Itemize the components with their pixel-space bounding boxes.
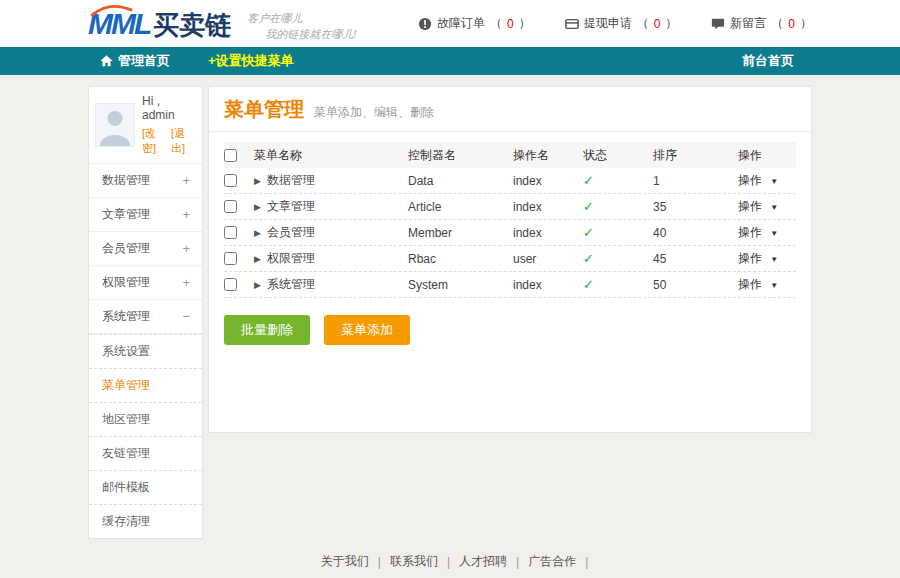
sidebar-menu-label: 权限管理 [102,274,150,291]
row-actions-dropdown[interactable]: 操作 ▼ [738,276,796,293]
stat-count: 0 [788,17,795,31]
sort-cell: 35 [653,200,738,214]
comment-icon [711,17,725,31]
col-status: 状态 [583,147,653,164]
menu-name-cell[interactable]: ▶ 文章管理 [254,198,408,215]
footer-link[interactable]: 人才招聘 [459,553,507,570]
status-check-icon: ✓ [583,277,594,292]
footer-links: 关于我们 | 联系我们 | 人才招聘 | 广告合作 | [0,553,900,570]
status-check-icon: ✓ [583,199,594,214]
footer-link[interactable]: 关于我们 [321,553,369,570]
expander-icon: + [182,173,190,188]
stat-label: 新留言 [730,15,766,32]
paren-open: （ [490,15,502,32]
sidebar-menu-label: 数据管理 [102,172,150,189]
add-menu-button[interactable]: 菜单添加 [324,315,410,345]
row-actions-label: 操作 [738,225,762,239]
menu-name: 文章管理 [267,198,315,215]
main-panel: 菜单管理 菜单添加、编辑、删除 菜单名称 控制器名 操作名 状态 排序 操作 [208,86,812,433]
sidebar-menu-item[interactable]: 权限管理 + [89,265,202,299]
row-actions-label: 操作 [738,251,762,265]
new-messages-link[interactable]: 新留言 （ 0 ） [711,15,812,32]
withdraw-card-icon [565,17,579,31]
menu-name-cell[interactable]: ▶ 权限管理 [254,250,408,267]
nav-admin-home[interactable]: 管理首页 [100,52,170,70]
stat-count: 0 [507,17,514,31]
logout-link[interactable]: [退出] [171,126,196,156]
fault-orders-link[interactable]: 故障订单 （ 0 ） [418,15,531,32]
status-check-icon: ✓ [583,173,594,188]
row-checkbox[interactable] [224,252,237,265]
sidebar-menu-item[interactable]: 系统管理 − [89,299,202,333]
menu-name-cell[interactable]: ▶ 系统管理 [254,276,408,293]
controller-cell: Data [408,174,513,188]
action-cell: index [513,278,583,292]
top-header: MML 买卖链 客户在哪儿 我的链接就在哪儿! 故障订单 （ 0 ） [0,0,900,47]
sidebar-submenu-item[interactable]: 邮件模板 [89,470,202,504]
sidebar-submenu-item[interactable]: 菜单管理 [89,368,202,402]
sort-cell: 1 [653,174,738,188]
expand-caret-icon: ▶ [254,202,261,212]
action-cell: index [513,174,583,188]
status-cell[interactable]: ✓ [583,199,653,214]
row-actions-dropdown[interactable]: 操作 ▼ [738,250,796,267]
sidebar-submenu-item[interactable]: 地区管理 [89,402,202,436]
sidebar-submenu-item[interactable]: 系统设置 [89,334,202,368]
row-actions-dropdown[interactable]: 操作 ▼ [738,198,796,215]
status-cell[interactable]: ✓ [583,173,653,188]
withdraw-requests-link[interactable]: 提现申请 （ 0 ） [565,15,678,32]
change-password-link[interactable]: [改密] [142,126,167,156]
menu-name: 数据管理 [267,172,315,189]
footer-link[interactable]: 联系我们 [390,553,438,570]
stat-label: 提现申请 [584,15,632,32]
row-actions-dropdown[interactable]: 操作 ▼ [738,172,796,189]
logo[interactable]: MML 买卖链 [88,9,231,39]
stat-count: 0 [654,17,661,31]
sort-cell: 45 [653,252,738,266]
controller-cell: Article [408,200,513,214]
row-checkbox[interactable] [224,200,237,213]
main-navbar: 管理首页 +设置快捷菜单 前台首页 [0,47,900,75]
sidebar: Hi , admin [改密] [退出] 数据管理 + 文章管理 + [88,86,203,539]
expander-icon: + [182,241,190,256]
row-actions-dropdown[interactable]: 操作 ▼ [738,224,796,241]
expand-caret-icon: ▶ [254,176,261,186]
footer: 关于我们 | 联系我们 | 人才招聘 | 广告合作 | 客服QQ：1697512… [0,553,900,578]
status-cell[interactable]: ✓ [583,251,653,266]
table-row: ▶ 权限管理 Rbac user ✓ 45 操作 ▼ [224,246,796,272]
expand-caret-icon: ▶ [254,280,261,290]
col-sort: 排序 [653,147,738,164]
table-row: ▶ 数据管理 Data index ✓ 1 操作 ▼ [224,168,796,194]
footer-link[interactable]: 广告合作 [528,553,576,570]
menu-name: 权限管理 [267,250,315,267]
status-cell[interactable]: ✓ [583,277,653,292]
sidebar-menu-item[interactable]: 数据管理 + [89,163,202,197]
select-all-checkbox[interactable] [224,149,237,162]
page-subtitle: 菜单添加、编辑、删除 [314,104,434,121]
batch-delete-button[interactable]: 批量删除 [224,315,310,345]
nav-front-home[interactable]: 前台首页 [742,52,794,70]
sidebar-submenu-item[interactable]: 缓存清理 [89,504,202,538]
row-actions-label: 操作 [738,173,762,187]
table-body: ▶ 数据管理 Data index ✓ 1 操作 ▼ [224,168,796,298]
menu-name: 会员管理 [267,224,315,241]
menu-name-cell[interactable]: ▶ 会员管理 [254,224,408,241]
table-actions: 批量删除 菜单添加 [224,315,796,345]
sidebar-submenu-item[interactable]: 友链管理 [89,436,202,470]
menu-name-cell[interactable]: ▶ 数据管理 [254,172,408,189]
sidebar-menu-item[interactable]: 文章管理 + [89,197,202,231]
dropdown-caret-icon: ▼ [770,177,778,186]
nav-quick-menu[interactable]: +设置快捷菜单 [208,52,294,70]
dropdown-caret-icon: ▼ [770,255,778,264]
row-checkbox[interactable] [224,226,237,239]
controller-cell: Rbac [408,252,513,266]
row-checkbox[interactable] [224,278,237,291]
paren-close: ） [800,15,812,32]
expand-caret-icon: ▶ [254,228,261,238]
row-checkbox[interactable] [224,174,237,187]
sidebar-menu-item[interactable]: 会员管理 + [89,231,202,265]
status-cell[interactable]: ✓ [583,225,653,240]
action-cell: index [513,200,583,214]
paren-close: ） [519,15,531,32]
logo-swoosh-icon [90,4,134,17]
